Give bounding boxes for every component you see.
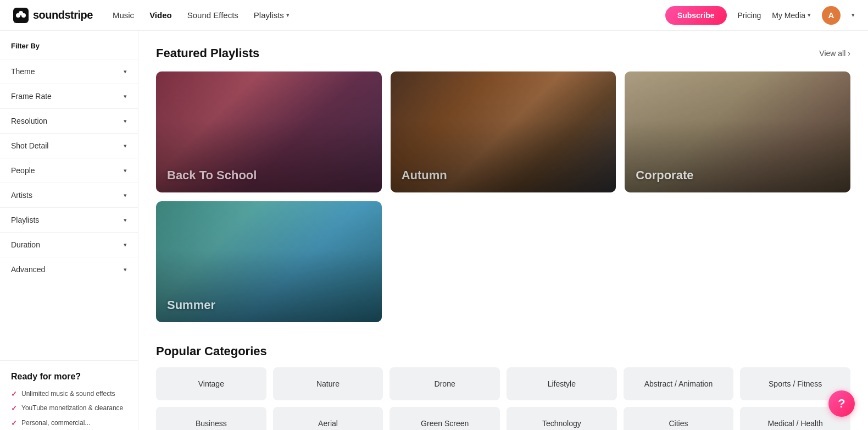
nav-sound-effects[interactable]: Sound Effects — [187, 10, 238, 20]
subscribe-button[interactable]: Subscribe — [665, 6, 727, 25]
svg-point-3 — [19, 11, 23, 15]
help-icon: ? — [838, 396, 845, 411]
nav-video[interactable]: Video — [149, 10, 172, 20]
playlist-label-corporate: Corporate — [636, 168, 693, 183]
nav-playlists-label: Playlists — [254, 10, 284, 20]
playlist-label-autumn: Autumn — [402, 168, 447, 183]
nav-links: Music Video Sound Effects Playlists ▾ — [113, 10, 665, 20]
view-all-chevron: › — [848, 49, 850, 58]
my-media-chevron: ▾ — [808, 12, 811, 19]
pricing-link[interactable]: Pricing — [738, 11, 761, 20]
nav-right: Subscribe Pricing My Media ▾ A ▾ — [665, 6, 855, 25]
playlist-overlay-summer — [156, 201, 382, 322]
filter-frame-rate[interactable]: Frame Rate ▾ — [0, 84, 138, 108]
promo-check-2: ✓ — [11, 404, 17, 412]
filter-resolution[interactable]: Resolution ▾ — [0, 108, 138, 133]
page-layout: Filter By Theme ▾ Frame Rate ▾ Resolutio… — [0, 31, 868, 430]
shot-detail-chevron: ▾ — [124, 142, 127, 150]
playlist-grid-row2: Summer — [156, 201, 850, 322]
category-business[interactable]: Business — [156, 407, 266, 430]
playlist-label-school: Back To School — [167, 168, 257, 183]
filter-artists[interactable]: Artists ▾ — [0, 183, 138, 207]
category-cities[interactable]: Cities — [624, 407, 734, 430]
playlist-card-autumn[interactable]: Autumn — [391, 71, 616, 192]
playlist-overlay-school — [156, 71, 382, 192]
popular-categories-title: Popular Categories — [156, 344, 850, 359]
duration-chevron: ▾ — [124, 241, 127, 249]
my-media-dropdown[interactable]: My Media ▾ — [772, 11, 811, 20]
view-all-link[interactable]: View all › — [819, 49, 850, 58]
filter-theme[interactable]: Theme ▾ — [0, 59, 138, 84]
filter-by-label: Filter By — [0, 42, 138, 59]
filter-duration[interactable]: Duration ▾ — [0, 232, 138, 257]
advanced-chevron: ▾ — [124, 266, 127, 273]
main-content: Featured Playlists View all › Back To Sc… — [138, 31, 868, 430]
playlist-grid-row1: Back To School Autumn Corporate — [156, 71, 850, 192]
user-avatar[interactable]: A — [822, 6, 841, 25]
filter-people[interactable]: People ▾ — [0, 158, 138, 183]
category-aerial[interactable]: Aerial — [273, 407, 383, 430]
category-abstract-animation[interactable]: Abstract / Animation — [624, 367, 734, 400]
promo-text-2: YouTube monetization & clearance — [21, 404, 123, 413]
playlist-overlay-autumn — [391, 71, 616, 192]
artists-chevron: ▾ — [124, 192, 127, 199]
category-nature[interactable]: Nature — [273, 367, 383, 400]
playlists-chevron: ▾ — [124, 217, 127, 224]
nav-music[interactable]: Music — [113, 10, 134, 20]
promo-item-3: ✓ Personal, commercial... — [11, 418, 127, 428]
logo[interactable]: soundstripe — [13, 8, 93, 23]
playlist-label-summer: Summer — [167, 298, 215, 312]
filter-shot-detail[interactable]: Shot Detail ▾ — [0, 133, 138, 158]
promo-check-1: ✓ — [11, 390, 17, 398]
promo-text-3: Personal, commercial... — [21, 418, 90, 428]
playlist-card-corporate[interactable]: Corporate — [625, 71, 850, 192]
category-vintage[interactable]: Vintage — [156, 367, 266, 400]
nav-playlists-chevron: ▾ — [286, 12, 290, 19]
featured-playlists-header: Featured Playlists View all › — [156, 46, 850, 60]
logo-wordmark: soundstripe — [33, 9, 93, 21]
my-media-label: My Media — [772, 11, 805, 20]
sidebar-promo: Ready for more? ✓ Unlimited music & soun… — [0, 360, 138, 430]
promo-title: Ready for more? — [11, 372, 127, 382]
playlist-overlay-corporate — [625, 71, 850, 192]
avatar-chevron: ▾ — [852, 12, 855, 19]
filter-advanced[interactable]: Advanced ▾ — [0, 257, 138, 282]
filter-playlists[interactable]: Playlists ▾ — [0, 207, 138, 232]
featured-playlists-title: Featured Playlists — [156, 46, 259, 60]
promo-item-2: ✓ YouTube monetization & clearance — [11, 404, 127, 413]
nav-playlists[interactable]: Playlists ▾ — [254, 10, 290, 20]
playlist-card-back-to-school[interactable]: Back To School — [156, 71, 382, 192]
category-green-screen[interactable]: Green Screen — [390, 407, 500, 430]
promo-check-3: ✓ — [11, 419, 17, 427]
category-technology[interactable]: Technology — [507, 407, 617, 430]
logo-icon — [13, 8, 29, 23]
playlist-card-summer[interactable]: Summer — [156, 201, 382, 322]
people-chevron: ▾ — [124, 167, 127, 174]
categories-grid-row1: Vintage Nature Drone Lifestyle Abstract … — [156, 367, 850, 400]
navbar: soundstripe Music Video Sound Effects Pl… — [0, 0, 868, 31]
promo-item-1: ✓ Unlimited music & sound effects — [11, 389, 127, 399]
theme-chevron: ▾ — [124, 68, 127, 75]
categories-grid-row2: Business Aerial Green Screen Technology … — [156, 407, 850, 430]
popular-categories-section: Popular Categories Vintage Nature Drone … — [156, 344, 850, 430]
sidebar: Filter By Theme ▾ Frame Rate ▾ Resolutio… — [0, 31, 138, 430]
resolution-chevron: ▾ — [124, 118, 127, 125]
category-drone[interactable]: Drone — [390, 367, 500, 400]
help-button[interactable]: ? — [828, 390, 855, 417]
promo-text-1: Unlimited music & sound effects — [21, 389, 115, 399]
frame-rate-chevron: ▾ — [124, 93, 127, 100]
category-lifestyle[interactable]: Lifestyle — [507, 367, 617, 400]
